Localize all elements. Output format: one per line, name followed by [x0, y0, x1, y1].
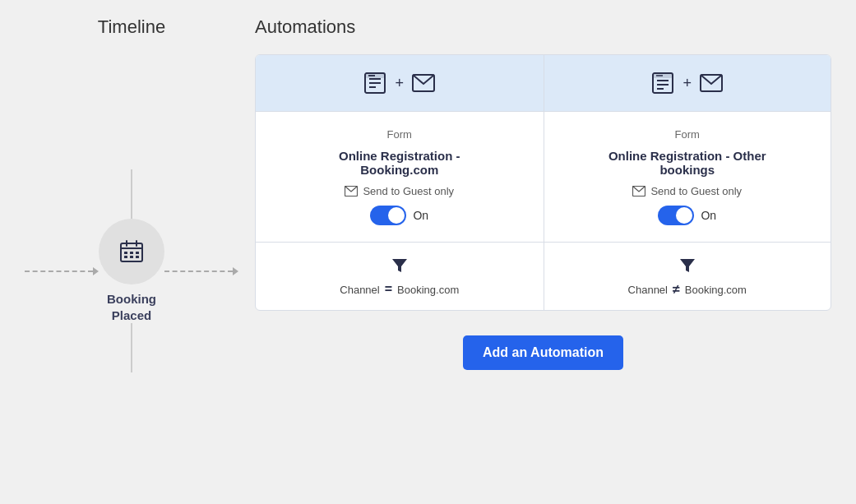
envelope-small-icon-2 — [632, 186, 645, 197]
card-1-filter-value: Booking.com — [397, 284, 459, 296]
svg-rect-4 — [124, 252, 127, 254]
svg-rect-5 — [130, 252, 133, 254]
automations-footer: Add an Automation — [255, 322, 831, 370]
card-1-filter-equals: = — [385, 282, 392, 297]
card-1-toggle-row[interactable]: On — [370, 206, 428, 225]
card-2-send-label: Send to Guest only — [632, 185, 742, 197]
card-1-toggle-thumb — [388, 207, 405, 224]
automations-section: Automations + — [238, 16, 831, 488]
automation-card-1-body: Form Online Registration -Booking.com Se… — [256, 112, 544, 243]
form-icon-1 — [363, 72, 386, 95]
card-1-toggle-label: On — [413, 209, 428, 222]
card-2-toggle-thumb — [676, 207, 692, 224]
card-1-form-label: Form — [387, 128, 412, 141]
timeline-header: Timeline — [98, 16, 165, 38]
card-2-toggle-label: On — [701, 209, 716, 222]
timeline-node-booking-placed: BookingPlaced — [99, 219, 164, 323]
svg-rect-7 — [124, 256, 127, 258]
plus-sign-2: + — [682, 75, 692, 92]
booking-placed-label: BookingPlaced — [107, 291, 156, 323]
card-1-filter-channel: Channel — [340, 284, 379, 296]
automation-card-2-footer: Channel ≠ Booking.com — [544, 243, 831, 310]
timeline-circle — [99, 219, 164, 284]
filter-icon-1 — [390, 256, 409, 275]
plus-sign-1: + — [395, 75, 404, 92]
automation-card-2-body: Form Online Registration - Otherbookings… — [544, 112, 831, 243]
timeline-arrow-left — [25, 267, 99, 275]
filter-icon-2 — [678, 256, 697, 275]
card-2-filter-equals: ≠ — [673, 282, 680, 297]
svg-rect-8 — [130, 256, 133, 258]
card-1-filter-row: Channel = Booking.com — [340, 282, 459, 297]
add-automation-button[interactable]: Add an Automation — [463, 335, 623, 370]
card-2-filter-value: Booking.com — [685, 284, 747, 296]
card-2-filter-row: Channel ≠ Booking.com — [628, 282, 747, 297]
card-1-send-label: Send to Guest only — [345, 185, 454, 197]
card-1-toggle[interactable] — [370, 206, 406, 225]
timeline-section: Timeline — [25, 16, 238, 488]
email-icon-2 — [700, 74, 723, 92]
automation-card-1-footer: Channel = Booking.com — [256, 243, 544, 310]
automation-card-1-header: + — [256, 55, 544, 112]
card-2-toggle-row[interactable]: On — [658, 206, 716, 225]
svg-rect-6 — [136, 252, 139, 254]
form-icon-2 — [651, 72, 674, 95]
automations-grid: + + — [255, 54, 831, 311]
timeline-arrow-right — [164, 267, 238, 275]
card-2-form-name: Online Registration - Otherbookings — [608, 149, 766, 177]
calendar-icon — [118, 238, 145, 265]
envelope-small-icon-1 — [345, 186, 358, 197]
card-1-form-name: Online Registration -Booking.com — [339, 149, 460, 177]
svg-rect-9 — [136, 256, 139, 258]
email-icon-1 — [412, 74, 435, 92]
card-2-form-label: Form — [675, 128, 700, 141]
automation-card-2-header: + — [544, 55, 831, 112]
card-2-filter-channel: Channel — [628, 284, 668, 296]
card-2-toggle[interactable] — [658, 206, 694, 225]
automations-header: Automations — [255, 16, 831, 38]
